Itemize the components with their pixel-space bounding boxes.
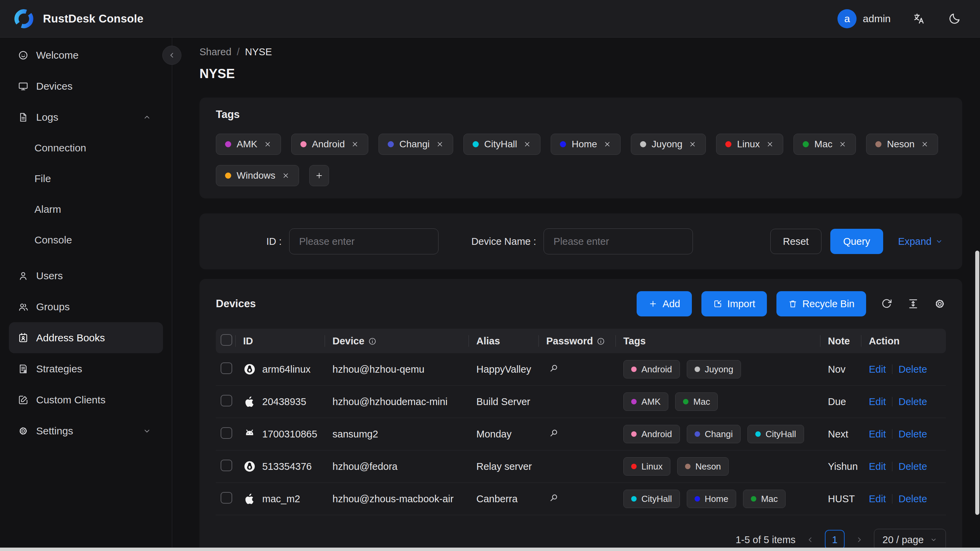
reveal-password-icon[interactable] (548, 428, 559, 438)
note-cell: Yishun (821, 451, 861, 483)
sidebar-item-address-books[interactable]: Address Books (9, 322, 163, 353)
row-checkbox[interactable] (221, 460, 232, 471)
sidebar-item-label: Settings (36, 425, 73, 437)
edit-link[interactable]: Edit (869, 461, 886, 472)
close-icon[interactable] (689, 140, 697, 148)
horizontal-scrollbar[interactable] (0, 548, 980, 551)
row-tag-chip-changi: Changi (687, 425, 741, 443)
info-icon[interactable] (368, 337, 377, 346)
id-cell: 1700310865 (235, 418, 325, 451)
add-tag-button[interactable] (309, 165, 329, 186)
row-checkbox[interactable] (221, 427, 232, 439)
device-name-filter-input[interactable] (544, 228, 693, 254)
sidebar-item-label: Users (36, 270, 63, 282)
select-all-checkbox[interactable] (221, 334, 232, 346)
username[interactable]: admin (863, 13, 891, 25)
close-icon[interactable] (351, 140, 359, 148)
tag-color-dot (640, 141, 646, 147)
import-button[interactable]: Import (702, 291, 767, 317)
sidebar-collapse-button[interactable] (162, 46, 181, 65)
close-icon[interactable] (766, 140, 774, 148)
row-checkbox[interactable] (221, 492, 232, 503)
edit-link[interactable]: Edit (869, 428, 886, 440)
id-cell: 513354376 (235, 451, 325, 483)
close-icon[interactable] (523, 140, 531, 148)
tag-chip-amk[interactable]: AMK (216, 134, 281, 155)
delete-link[interactable]: Delete (899, 428, 927, 440)
tag-chip-changi[interactable]: Changi (379, 134, 453, 155)
sidebar-item-settings[interactable]: Settings (9, 415, 163, 446)
sidebar-item-logs[interactable]: Logs (9, 102, 163, 133)
tag-chip-mac[interactable]: Mac (794, 134, 856, 155)
close-icon[interactable] (603, 140, 611, 148)
edit-link[interactable]: Edit (869, 364, 886, 375)
sidebar-item-strategies[interactable]: Strategies (9, 353, 163, 384)
chevron-up-icon (143, 113, 151, 122)
table-row: mac_m2hzhou@zhous-macbook-airCanberraCit… (216, 483, 946, 515)
sidebar-item-devices[interactable]: Devices (9, 70, 163, 102)
dark-mode-moon-icon[interactable] (948, 12, 961, 25)
tag-chip-android[interactable]: Android (291, 134, 369, 155)
vertical-scrollbar-thumb[interactable] (975, 251, 979, 515)
sidebar-item-groups[interactable]: Groups (9, 291, 163, 322)
reveal-password-icon[interactable] (548, 363, 559, 374)
row-tag-chip-neson: Neson (677, 457, 729, 476)
edit-link[interactable]: Edit (869, 494, 886, 505)
reveal-password-icon[interactable] (548, 492, 559, 503)
id-filter-input[interactable] (289, 228, 439, 254)
tag-chip-cityhall[interactable]: CityHall (463, 134, 541, 155)
row-tag-chip-cityhall: CityHall (748, 425, 804, 443)
sidebar-item-users[interactable]: Users (9, 260, 163, 291)
breadcrumb: Shared / NYSE (199, 46, 962, 57)
table-settings-gear-icon[interactable] (934, 298, 946, 310)
add-button[interactable]: Add (636, 291, 692, 317)
query-button[interactable]: Query (830, 229, 883, 254)
reset-button[interactable]: Reset (770, 229, 821, 254)
close-icon[interactable] (838, 140, 847, 148)
recycle-bin-button[interactable]: Recycle Bin (776, 291, 866, 317)
expand-link[interactable]: Expand (898, 236, 943, 247)
edit-link[interactable]: Edit (869, 396, 886, 408)
delete-link[interactable]: Delete (899, 364, 927, 375)
id-cell: 20438935 (235, 385, 325, 418)
next-page-icon[interactable] (855, 535, 864, 544)
sidebar-item-console[interactable]: Console (9, 225, 163, 255)
alias-cell: Monday (469, 418, 539, 451)
tag-color-dot (631, 366, 636, 372)
tag-chip-neson[interactable]: Neson (866, 134, 938, 155)
tag-chip-windows[interactable]: Windows (216, 165, 299, 186)
tag-color-dot (631, 431, 636, 437)
close-icon[interactable] (921, 140, 929, 148)
sidebar-item-alarm[interactable]: Alarm (9, 194, 163, 225)
delete-link[interactable]: Delete (899, 461, 927, 472)
action-divider (892, 462, 892, 471)
close-icon[interactable] (282, 172, 290, 180)
avatar[interactable]: a (837, 9, 857, 28)
column-height-icon[interactable] (907, 298, 919, 310)
translate-icon[interactable] (913, 12, 926, 25)
chevron-left-icon (167, 51, 176, 60)
sidebar-item-welcome[interactable]: Welcome (9, 40, 163, 70)
info-icon[interactable] (597, 337, 605, 346)
previous-page-icon[interactable] (806, 535, 815, 544)
row-checkbox[interactable] (221, 395, 232, 406)
close-icon[interactable] (264, 140, 272, 148)
close-icon[interactable] (436, 140, 444, 148)
column-header-alias: Alias (469, 329, 539, 353)
row-checkbox[interactable] (221, 362, 232, 374)
tag-chip-home[interactable]: Home (551, 134, 620, 155)
tag-color-dot (631, 496, 636, 502)
sidebar-item-connection[interactable]: Connection (9, 133, 163, 163)
sidebar-item-custom-clients[interactable]: Custom Clients (9, 384, 163, 415)
page-title: NYSE (199, 67, 962, 81)
tag-chip-juyong[interactable]: Juyong (631, 134, 706, 155)
page-number-button[interactable]: 1 (825, 530, 845, 549)
breadcrumb-parent[interactable]: Shared (199, 46, 232, 57)
refresh-icon[interactable] (880, 298, 893, 310)
tag-color-dot (683, 399, 689, 404)
tag-chip-linux[interactable]: Linux (716, 134, 783, 155)
delete-link[interactable]: Delete (899, 396, 927, 408)
delete-link[interactable]: Delete (899, 494, 927, 505)
sidebar-item-file[interactable]: File (9, 163, 163, 194)
filter-actions: Reset Query Expand (770, 229, 943, 254)
